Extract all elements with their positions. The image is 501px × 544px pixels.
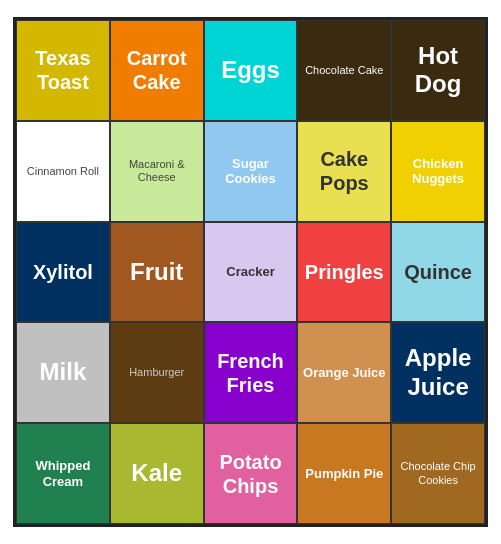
bingo-cell: Orange Juice bbox=[297, 322, 391, 423]
bingo-cell: Cake Pops bbox=[297, 121, 391, 222]
bingo-cell: Cracker bbox=[204, 222, 298, 323]
bingo-cell: Hot Dog bbox=[391, 20, 485, 121]
bingo-cell: French Fries bbox=[204, 322, 298, 423]
bingo-cell: Sugar Cookies bbox=[204, 121, 298, 222]
bingo-cell: Kale bbox=[110, 423, 204, 524]
bingo-cell: Chocolate Chip Cookies bbox=[391, 423, 485, 524]
bingo-board: Texas ToastCarrot CakeEggsChocolate Cake… bbox=[13, 17, 488, 527]
bingo-cell: Texas Toast bbox=[16, 20, 110, 121]
bingo-cell: Macaroni & Cheese bbox=[110, 121, 204, 222]
bingo-cell: Chicken Nuggets bbox=[391, 121, 485, 222]
bingo-cell: Chocolate Cake bbox=[297, 20, 391, 121]
bingo-cell: Quince bbox=[391, 222, 485, 323]
bingo-cell: Whipped Cream bbox=[16, 423, 110, 524]
bingo-cell: Milk bbox=[16, 322, 110, 423]
bingo-cell: Fruit bbox=[110, 222, 204, 323]
bingo-cell: Hamburger bbox=[110, 322, 204, 423]
bingo-cell: Potato Chips bbox=[204, 423, 298, 524]
bingo-cell: Carrot Cake bbox=[110, 20, 204, 121]
bingo-cell: Cinnamon Roll bbox=[16, 121, 110, 222]
bingo-cell: Xylitol bbox=[16, 222, 110, 323]
bingo-cell: Eggs bbox=[204, 20, 298, 121]
bingo-cell: Pringles bbox=[297, 222, 391, 323]
bingo-cell: Apple Juice bbox=[391, 322, 485, 423]
bingo-cell: Pumpkin Pie bbox=[297, 423, 391, 524]
